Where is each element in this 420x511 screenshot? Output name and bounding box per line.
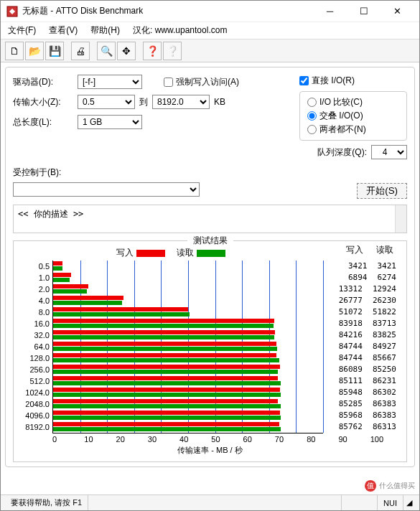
y-tick-label: 32.0 [18, 329, 50, 341]
open-button[interactable]: 📂 [25, 42, 44, 60]
x-tick-label: 30 [148, 435, 179, 444]
legend-write-label: 写入 [116, 247, 134, 259]
bar-row [53, 352, 323, 364]
menu-file[interactable]: 文件(F) [8, 24, 36, 37]
io-overlap-label: 交叠 I/O(O) [319, 110, 363, 122]
value-row: 34213421 [323, 261, 402, 272]
find-button[interactable]: 🔍 [97, 42, 116, 60]
x-tick-label: 80 [307, 435, 338, 444]
value-row: 1331212924 [323, 283, 402, 295]
chart-area [52, 261, 323, 433]
x-tick-label: 100 [370, 435, 402, 444]
value-row: 8391883713 [323, 318, 402, 329]
x-tick-label: 60 [243, 435, 275, 444]
scrollbar[interactable] [395, 205, 406, 233]
io-overlap-radio[interactable] [307, 111, 317, 121]
x-tick-label: 20 [116, 435, 148, 444]
print-button[interactable]: 🖨 [71, 42, 90, 60]
x-tick-label: 10 [84, 435, 116, 444]
help-button[interactable]: ❓ [143, 42, 162, 60]
bar-row [53, 295, 323, 306]
transfer-unit-label: KB [210, 97, 230, 107]
new-button[interactable]: 🗋 [5, 42, 24, 60]
save-button[interactable]: 💾 [45, 42, 64, 60]
y-tick-label: 128.0 [18, 352, 50, 364]
bar-row [53, 421, 323, 433]
drive-label: 驱动器(D): [13, 76, 78, 88]
transfer-size-label: 传输大小(Z): [13, 96, 78, 108]
transfer-from-select[interactable]: 0.5 [78, 95, 135, 109]
transfer-to-select[interactable]: 8192.0 [152, 95, 210, 109]
value-row: 8474484927 [323, 341, 402, 352]
force-write-label: 强制写入访问(A) [176, 76, 239, 88]
io-neither-radio[interactable] [307, 125, 317, 134]
io-compare-radio[interactable] [307, 98, 317, 107]
io-neither-label: 两者都不(N) [319, 123, 366, 136]
bar-row [53, 261, 323, 272]
x-tick-label: 70 [275, 435, 307, 444]
transfer-to-label: 到 [135, 96, 152, 108]
drive-select[interactable]: [-f-] [78, 75, 142, 89]
value-row: 8528586383 [323, 398, 402, 410]
io-compare-label: I/O 比较(C) [319, 96, 363, 108]
move-button[interactable]: ✥ [117, 42, 136, 60]
value-row: 8511186231 [323, 375, 402, 387]
y-tick-label: 256.0 [18, 364, 50, 375]
window-title: 无标题 - ATTO Disk Benchmark [22, 5, 314, 17]
value-row: 8594886302 [323, 387, 402, 398]
x-tick-label: 90 [338, 435, 370, 444]
start-button[interactable]: 开始(S) [357, 183, 407, 199]
bar-row [53, 329, 323, 341]
bar-row [53, 387, 323, 398]
direct-io-label: 直接 I/O(R) [312, 75, 355, 87]
total-length-select[interactable]: 1 GB [78, 115, 142, 129]
bar-row [53, 398, 323, 410]
value-row: 2677726230 [323, 295, 402, 306]
value-row: 8474485667 [323, 352, 402, 364]
value-row: 8421683825 [323, 329, 402, 341]
bar-row [53, 318, 323, 329]
x-axis-label: 传输速率 - MB / 秒 [18, 445, 402, 456]
force-write-checkbox[interactable] [164, 78, 173, 87]
bar-row [53, 306, 323, 318]
legend-read-swatch [197, 250, 225, 257]
y-tick-label: 8192.0 [18, 421, 50, 433]
x-tick-label: 50 [211, 435, 243, 444]
direct-io-checkbox[interactable] [299, 76, 309, 85]
column-header-write: 写入 [346, 244, 363, 261]
bar-row [53, 410, 323, 421]
status-help-text: 要获得帮助, 请按 F1 [5, 495, 88, 510]
y-tick-label: 4096.0 [18, 410, 50, 421]
bar-row [53, 341, 323, 352]
menu-help[interactable]: 帮助(H) [90, 24, 120, 37]
queue-depth-select[interactable]: 4 [371, 145, 407, 159]
y-tick-label: 1024.0 [18, 387, 50, 398]
menu-view[interactable]: 查看(V) [49, 24, 78, 37]
bar-row [53, 375, 323, 387]
x-tick-label: 0 [52, 435, 84, 444]
whatsthis-button[interactable]: ❔ [163, 42, 182, 60]
y-tick-label: 2.0 [18, 283, 50, 295]
close-button[interactable]: ✕ [381, 1, 414, 22]
y-tick-label: 8.0 [18, 306, 50, 318]
value-row: 8596886383 [323, 410, 402, 421]
bar-row [53, 364, 323, 375]
x-tick-label: 40 [179, 435, 211, 444]
total-length-label: 总长度(L): [13, 116, 78, 128]
column-header-read: 读取 [376, 244, 393, 261]
menu-localization-link[interactable]: 汉化: www.upantool.com [133, 24, 227, 37]
description-textarea[interactable]: << 你的描述 >> [13, 205, 407, 233]
legend-write-swatch [136, 250, 165, 257]
value-row: 5107251822 [323, 306, 402, 318]
y-tick-label: 1.0 [18, 272, 50, 283]
results-caption: 测试结果 [187, 235, 233, 247]
y-tick-label: 2048.0 [18, 398, 50, 410]
queue-depth-label: 队列深度(Q): [317, 146, 367, 159]
bar-row [53, 283, 323, 295]
value-row: 68946274 [323, 272, 402, 283]
maximize-button[interactable]: ☐ [347, 1, 380, 22]
controlled-by-select[interactable] [13, 182, 200, 197]
minimize-button[interactable]: ─ [314, 1, 346, 22]
legend-read-label: 读取 [177, 247, 194, 259]
y-tick-label: 0.5 [18, 261, 50, 272]
